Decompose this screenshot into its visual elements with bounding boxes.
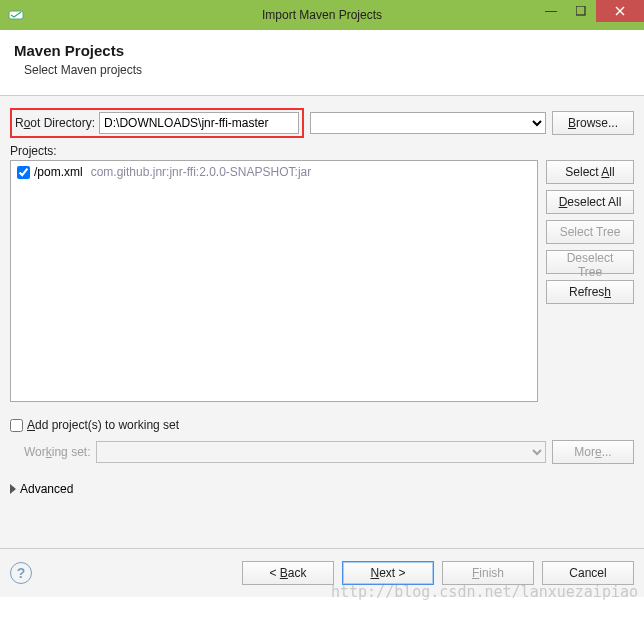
working-set-row: Working set: More... bbox=[24, 440, 634, 464]
footer-buttons: < Back Next > Finish Cancel bbox=[242, 561, 634, 585]
maximize-button[interactable] bbox=[566, 0, 596, 22]
working-set-label: Working set: bbox=[24, 445, 90, 459]
root-directory-highlight: Root Directory: bbox=[10, 108, 304, 138]
root-directory-input[interactable] bbox=[99, 112, 299, 134]
root-directory-row: Root Directory: Browse... bbox=[10, 108, 634, 138]
titlebar: Import Maven Projects — bbox=[0, 0, 644, 30]
advanced-toggle[interactable]: Advanced bbox=[10, 482, 634, 496]
finish-button: Finish bbox=[442, 561, 534, 585]
app-icon bbox=[8, 7, 24, 23]
refresh-button[interactable]: Refresh bbox=[546, 280, 634, 304]
working-set-checkbox-row: Add project(s) to working set bbox=[10, 418, 634, 432]
select-tree-button: Select Tree bbox=[546, 220, 634, 244]
project-checkbox[interactable] bbox=[17, 166, 30, 179]
minimize-button[interactable]: — bbox=[536, 0, 566, 22]
side-buttons: Select All Deselect All Select Tree Dese… bbox=[546, 160, 634, 402]
projects-label: Projects: bbox=[10, 144, 57, 158]
deselect-tree-button: Deselect Tree bbox=[546, 250, 634, 274]
project-artifact: com.github.jnr:jnr-ffi:2.0.0-SNAPSHOT:ja… bbox=[91, 165, 312, 179]
cancel-button[interactable]: Cancel bbox=[542, 561, 634, 585]
window-title: Import Maven Projects bbox=[262, 8, 382, 22]
root-directory-label: Root Directory: bbox=[15, 116, 95, 130]
page-subtitle: Select Maven projects bbox=[24, 63, 630, 77]
working-set-combo bbox=[96, 441, 546, 463]
close-button[interactable] bbox=[596, 0, 644, 22]
svg-rect-1 bbox=[576, 6, 585, 15]
browse-button[interactable]: Browse... bbox=[552, 111, 634, 135]
list-item[interactable]: /pom.xml com.github.jnr:jnr-ffi:2.0.0-SN… bbox=[17, 165, 531, 179]
advanced-label: Advanced bbox=[20, 482, 73, 496]
project-path: /pom.xml bbox=[34, 165, 83, 179]
help-icon[interactable]: ? bbox=[10, 562, 32, 584]
select-all-button[interactable]: Select All bbox=[546, 160, 634, 184]
projects-list[interactable]: /pom.xml com.github.jnr:jnr-ffi:2.0.0-SN… bbox=[10, 160, 538, 402]
page-title: Maven Projects bbox=[14, 42, 630, 59]
wizard-header: Maven Projects Select Maven projects bbox=[0, 30, 644, 96]
add-to-working-set-label: Add project(s) to working set bbox=[27, 418, 179, 432]
more-button: More... bbox=[552, 440, 634, 464]
projects-area: /pom.xml com.github.jnr:jnr-ffi:2.0.0-SN… bbox=[10, 160, 634, 402]
wizard-content: Root Directory: Browse... Projects: /pom… bbox=[0, 96, 644, 548]
chevron-right-icon bbox=[10, 484, 16, 494]
wizard-footer: ? < Back Next > Finish Cancel bbox=[0, 548, 644, 597]
window-controls: — bbox=[536, 0, 644, 22]
deselect-all-button[interactable]: Deselect All bbox=[546, 190, 634, 214]
back-button[interactable]: < Back bbox=[242, 561, 334, 585]
root-directory-combo-extra[interactable] bbox=[310, 112, 546, 134]
add-to-working-set-checkbox[interactable] bbox=[10, 419, 23, 432]
next-button[interactable]: Next > bbox=[342, 561, 434, 585]
